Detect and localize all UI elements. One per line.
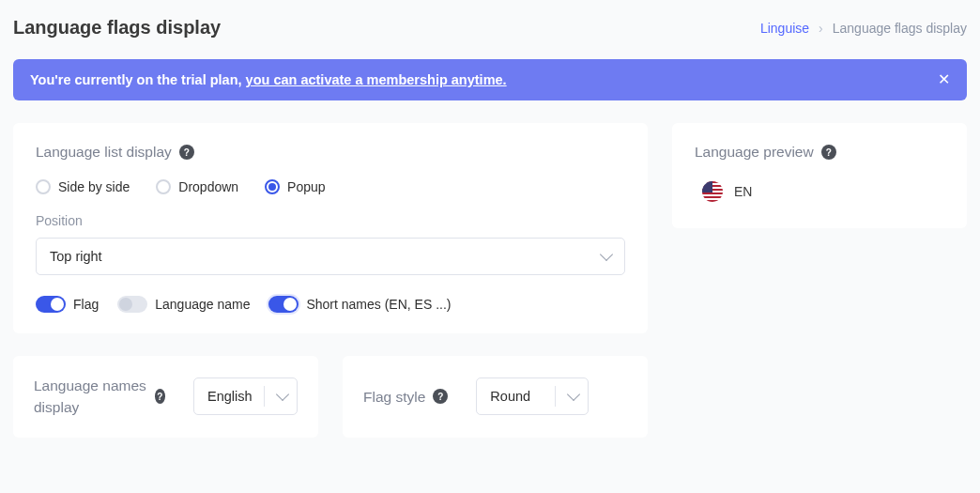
toggle-language-name[interactable] [117, 296, 147, 313]
breadcrumb-root-link[interactable]: Linguise [760, 21, 809, 36]
position-label: Position [36, 213, 625, 228]
page-title: Language flags display [13, 17, 221, 39]
toggle-flag[interactable] [36, 296, 66, 313]
section-title-list-display: Language list display ? [36, 144, 625, 161]
radio-dropdown[interactable]: Dropdown [156, 179, 238, 194]
preview-title: Language preview [695, 144, 814, 161]
close-icon[interactable]: ✕ [938, 72, 950, 87]
section-title-names-display: Language names display ? [34, 375, 165, 419]
help-icon[interactable]: ? [433, 389, 448, 404]
flag-style-value: Round [490, 389, 530, 404]
toggle-short-names[interactable] [268, 296, 299, 313]
list-display-title: Language list display [36, 144, 172, 161]
trial-text: You're currently on the trial plan, [30, 72, 246, 87]
help-icon[interactable]: ? [155, 389, 165, 404]
chevron-down-icon [276, 388, 289, 401]
radio-label: Popup [287, 179, 325, 194]
section-title-flag-style: Flag style ? [363, 386, 448, 408]
radio-side-by-side[interactable]: Side by side [36, 179, 130, 194]
help-icon[interactable]: ? [821, 145, 836, 160]
toggle-label: Short names (EN, ES ...) [306, 297, 451, 312]
divider [555, 386, 556, 407]
names-display-title: Language names display [34, 375, 147, 419]
radio-label: Dropdown [178, 179, 238, 194]
trial-message: You're currently on the trial plan, you … [30, 72, 507, 87]
chevron-right-icon: › [819, 21, 823, 36]
us-flag-icon [702, 181, 723, 202]
section-title-preview: Language preview ? [695, 144, 944, 161]
language-list-display-card: Language list display ? Side by side Dro… [13, 123, 648, 333]
radio-icon [156, 179, 171, 194]
names-value: English [207, 389, 253, 404]
language-names-select[interactable]: English [193, 377, 298, 415]
flag-style-card: Flag style ? Round [343, 356, 648, 438]
position-value: Top right [50, 249, 102, 264]
language-preview-card: Language preview ? EN [672, 123, 967, 228]
trial-banner: You're currently on the trial plan, you … [13, 59, 967, 100]
flag-style-select[interactable]: Round [476, 377, 589, 415]
radio-icon [265, 179, 280, 194]
chevron-down-icon [600, 248, 613, 261]
radio-label: Side by side [58, 179, 130, 194]
breadcrumb-current: Language flags display [833, 21, 967, 36]
preview-code: EN [734, 184, 752, 199]
activate-membership-link[interactable]: you can activate a membership anytime. [246, 72, 507, 87]
language-names-display-card: Language names display ? English [13, 356, 318, 438]
radio-icon [36, 179, 51, 194]
flag-style-title: Flag style [363, 386, 425, 408]
toggle-label: Language name [155, 297, 250, 312]
toggle-label: Flag [73, 297, 99, 312]
help-icon[interactable]: ? [179, 145, 194, 160]
radio-popup[interactable]: Popup [265, 179, 325, 194]
breadcrumb: Linguise › Language flags display [760, 21, 967, 36]
chevron-down-icon [567, 388, 580, 401]
position-select[interactable]: Top right [36, 238, 625, 275]
divider [264, 386, 265, 407]
